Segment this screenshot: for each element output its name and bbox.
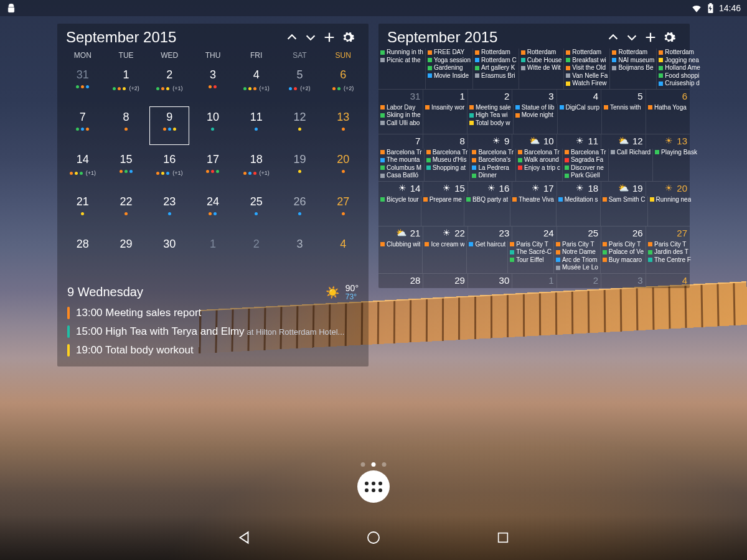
settings-button[interactable]: [662, 30, 681, 44]
prev-month-button[interactable]: [285, 30, 304, 44]
week-date[interactable]: 2: [557, 273, 601, 288]
week-cell-events[interactable]: Barcelona TrMuseu d'HisShopping at: [424, 149, 470, 181]
week-cell-events[interactable]: Barcelona TrSagrada FaDiscover nePark Gü…: [562, 149, 608, 181]
week-cell-events[interactable]: Running in thPicnic at the: [378, 49, 425, 89]
week-cell-events[interactable]: Paris City TJardin des TThe Centre F: [646, 241, 693, 273]
event-chip[interactable]: Cube House: [521, 57, 562, 65]
week-date[interactable]: 6: [646, 89, 690, 104]
week-date[interactable]: 7: [378, 134, 423, 149]
event-chip[interactable]: Rotterdam: [521, 49, 562, 57]
next-month-button[interactable]: [304, 30, 322, 44]
week-date[interactable]: ☀14: [378, 181, 423, 196]
add-event-button[interactable]: [644, 30, 662, 44]
event-chip[interactable]: Barcelona Tr: [518, 149, 560, 157]
week-cell-events[interactable]: Statue of libMovie night: [513, 104, 557, 134]
event-chip[interactable]: Visit the Old: [566, 64, 608, 72]
event-chip[interactable]: Rotterdam C: [475, 57, 517, 65]
event-chip[interactable]: Sagrada Fa: [565, 156, 606, 164]
event-chip[interactable]: Tennis with: [604, 104, 644, 112]
week-cell-events[interactable]: Paris City TThe Sacré-CTour Eiffel: [507, 241, 553, 273]
week-cell-events[interactable]: Clubbing wit: [378, 241, 422, 273]
day-cell[interactable]: 23: [148, 189, 191, 231]
event-chip[interactable]: The mounta: [380, 156, 422, 164]
event-chip[interactable]: Jardin des T: [648, 248, 691, 256]
event-chip[interactable]: Theatre Viva: [512, 196, 554, 204]
day-cell[interactable]: 30: [148, 231, 191, 274]
week-cell-events[interactable]: Theatre Viva: [510, 196, 556, 226]
day-cell[interactable]: 26: [278, 189, 322, 231]
event-chip[interactable]: NAI museum: [612, 57, 654, 65]
week-cell-events[interactable]: Meditation s: [556, 196, 600, 226]
day-cell[interactable]: 25: [235, 189, 278, 231]
day-cell[interactable]: 17: [191, 147, 235, 189]
day-cell[interactable]: 7: [61, 105, 105, 147]
add-event-button[interactable]: [322, 30, 341, 44]
event-chip[interactable]: Walk around: [518, 156, 560, 164]
day-cell[interactable]: 8: [105, 105, 148, 147]
week-cell-events[interactable]: Hatha Yoga: [646, 104, 690, 134]
event-chip[interactable]: Statue of lib: [515, 104, 555, 112]
event-chip[interactable]: Gardening: [428, 64, 471, 72]
week-cell-events[interactable]: Running nea: [647, 196, 693, 226]
event-chip[interactable]: Paris City T: [556, 241, 598, 249]
week-cell-events[interactable]: FREE DAYYoga sessionGardeningMovie Insid…: [425, 49, 472, 89]
event-chip[interactable]: Clubbing wit: [380, 241, 420, 249]
week-cell-events[interactable]: RotterdamNAI museumBoijmans Be: [609, 49, 656, 89]
event-chip[interactable]: Paris City T: [648, 241, 691, 249]
event-chip[interactable]: Witte de Wit: [521, 64, 562, 72]
event-chip[interactable]: Playing Bask: [655, 149, 697, 157]
event-chip[interactable]: The Sacré-C: [510, 248, 552, 256]
home-button[interactable]: [365, 529, 382, 546]
week-date[interactable]: ☀18: [557, 181, 601, 196]
event-chip[interactable]: Rotterdam: [612, 49, 654, 57]
event-chip[interactable]: Paris City T: [510, 241, 552, 249]
week-date[interactable]: ☀11: [557, 134, 601, 149]
week-cell-events[interactable]: Bicycle tour: [378, 196, 421, 226]
event-chip[interactable]: Art gallery K: [475, 64, 517, 72]
event-chip[interactable]: Insanity wor: [425, 104, 465, 112]
event-chip[interactable]: Park Güell: [565, 172, 606, 180]
day-cell[interactable]: 31: [61, 62, 105, 105]
week-date[interactable]: 5: [601, 89, 645, 104]
day-cell[interactable]: 4(+1): [235, 62, 278, 105]
day-cell[interactable]: 4: [321, 231, 365, 274]
event-chip[interactable]: Picnic at the: [380, 57, 423, 65]
event-chip[interactable]: Casa Batlló: [380, 172, 422, 180]
week-cell-events[interactable]: Paris City TPalace of VeBuy macaro: [600, 241, 646, 273]
prev-week-button[interactable]: [606, 30, 625, 44]
settings-button[interactable]: [341, 30, 360, 44]
week-date[interactable]: 3: [512, 89, 556, 104]
day-cell[interactable]: 6(+2): [321, 62, 365, 105]
event-chip[interactable]: Rotterdam: [475, 49, 517, 57]
event-chip[interactable]: Buy macaro: [603, 256, 644, 264]
week-date[interactable]: 1: [512, 273, 556, 288]
event-chip[interactable]: Meeting sale: [469, 104, 511, 112]
week-date[interactable]: 31: [378, 89, 423, 104]
event-chip[interactable]: La Pedrera: [472, 164, 514, 172]
week-date[interactable]: 4: [646, 273, 690, 288]
day-cell[interactable]: 2(+1): [148, 62, 191, 105]
event-chip[interactable]: Call Ulli abo: [380, 119, 421, 128]
week-cell-events[interactable]: Meeting saleHigh Tea wiTotal body w: [467, 104, 513, 134]
agenda-item[interactable]: 15:00 High Tea with Terya and Elmyat Hil…: [67, 325, 359, 338]
week-cell-events[interactable]: Tennis with: [601, 104, 646, 134]
event-chip[interactable]: Barcelona's: [472, 156, 514, 164]
event-chip[interactable]: Sam Smith C: [603, 196, 646, 204]
week-cell-events[interactable]: Sam Smith C: [600, 196, 647, 226]
week-widget[interactable]: September 2015 Running in thPicnic at th…: [378, 24, 690, 288]
week-cell-events[interactable]: Barcelona TrWalk aroundEnjoy a trip c: [515, 149, 562, 181]
event-chip[interactable]: Tour Eiffel: [510, 256, 552, 264]
day-cell[interactable]: 15: [105, 147, 148, 189]
week-date[interactable]: 25: [557, 226, 601, 241]
event-chip[interactable]: DigiCal surp: [560, 104, 599, 112]
event-chip[interactable]: Barcelona Tr: [472, 149, 514, 157]
week-date[interactable]: ⛅12: [601, 134, 645, 149]
day-cell[interactable]: 24: [191, 189, 235, 231]
week-date[interactable]: ☀9: [467, 134, 512, 149]
week-cell-events[interactable]: Prepare me: [421, 196, 464, 226]
week-cell-events[interactable]: RotterdamJogging neaHolland AmeFood shop…: [656, 49, 702, 89]
week-date[interactable]: 1: [423, 89, 467, 104]
event-chip[interactable]: Dinner: [472, 172, 514, 180]
week-date[interactable]: 23: [467, 226, 512, 241]
month-grid[interactable]: 311(+2)2(+1)34(+1)5(+2)6(+2)789101112131…: [57, 62, 369, 278]
